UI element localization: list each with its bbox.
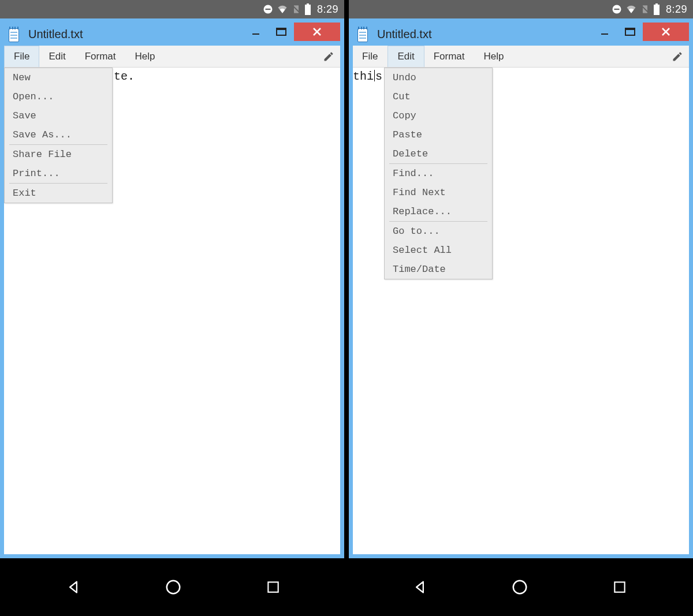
menu-help[interactable]: Help — [475, 46, 514, 67]
window-controls — [592, 23, 689, 41]
menu-format[interactable]: Format — [76, 46, 126, 67]
file-dropdown: New Open... Save Save As... Share File P… — [4, 68, 113, 203]
edit-menu-find[interactable]: Find... — [385, 164, 492, 183]
edit-menu-select-all[interactable]: Select All — [385, 241, 492, 260]
text-before-cursor: thi — [353, 70, 374, 83]
file-menu-new[interactable]: New — [5, 68, 112, 87]
menu-help[interactable]: Help — [126, 46, 165, 67]
window-controls — [243, 23, 340, 41]
edit-menu-time-date[interactable]: Time/Date — [385, 260, 492, 279]
file-menu-save-as[interactable]: Save As... — [5, 125, 112, 144]
menu-file[interactable]: File — [353, 46, 388, 67]
minimize-button[interactable] — [592, 23, 617, 41]
edit-pencil-icon[interactable] — [666, 46, 689, 67]
edit-menu-paste[interactable]: Paste — [385, 125, 492, 144]
menubar: File Edit Format Help — [4, 46, 340, 68]
notepad-icon — [8, 26, 20, 42]
no-sim-icon — [292, 4, 301, 14]
title-bar: Untitled.txt — [353, 23, 689, 46]
nav-back-button[interactable] — [63, 577, 84, 598]
svg-rect-21 — [269, 582, 278, 592]
svg-rect-11 — [614, 9, 619, 10]
text-after-cursor: s — [375, 70, 382, 83]
status-bar: 8:29 — [349, 0, 693, 18]
status-bar: 8:29 — [0, 0, 344, 18]
svg-point-22 — [513, 581, 527, 594]
maximize-button[interactable] — [269, 23, 294, 41]
text-cursor — [374, 70, 375, 81]
status-time: 8:29 — [666, 3, 687, 16]
menu-edit[interactable]: Edit — [388, 46, 424, 67]
screen-left: 8:29 Untitled.txt — [0, 0, 344, 558]
edit-menu-goto[interactable]: Go to... — [385, 222, 492, 241]
do-not-disturb-icon — [612, 4, 622, 14]
nav-back-button[interactable] — [409, 577, 430, 598]
svg-rect-17 — [625, 28, 635, 30]
svg-rect-15 — [601, 33, 608, 35]
svg-rect-13 — [655, 3, 658, 5]
edit-menu-cut[interactable]: Cut — [385, 87, 492, 106]
nav-home-button[interactable] — [163, 577, 184, 598]
window-frame: Untitled.txt File Edit Format — [0, 18, 344, 558]
file-menu-print[interactable]: Print... — [5, 164, 112, 183]
no-sim-icon — [640, 4, 650, 14]
menu-format[interactable]: Format — [424, 46, 475, 67]
nav-home-button[interactable] — [509, 577, 530, 598]
maximize-button[interactable] — [617, 23, 643, 41]
edit-dropdown: Undo Cut Copy Paste Delete Find... Find … — [384, 68, 493, 279]
menubar: File Edit Format Help — [353, 46, 689, 68]
svg-rect-3 — [307, 3, 309, 5]
battery-icon — [653, 3, 660, 15]
window-title: Untitled.txt — [28, 28, 243, 41]
notepad-icon — [356, 26, 369, 42]
menu-file[interactable]: File — [4, 46, 39, 67]
do-not-disturb-icon — [263, 4, 273, 14]
edit-menu-undo[interactable]: Undo — [385, 68, 492, 87]
file-menu-share[interactable]: Share File — [5, 145, 112, 164]
wifi-icon — [625, 4, 637, 14]
edit-pencil-icon[interactable] — [317, 46, 340, 67]
text-area[interactable]: te. New Open... Save Save As... Share Fi… — [4, 68, 340, 554]
svg-rect-7 — [277, 28, 286, 30]
svg-point-20 — [167, 581, 180, 594]
edit-menu-copy[interactable]: Copy — [385, 106, 492, 125]
file-menu-exit[interactable]: Exit — [5, 184, 112, 203]
file-menu-open[interactable]: Open... — [5, 87, 112, 106]
battery-icon — [304, 3, 311, 15]
text-area[interactable]: this Undo Cut Copy Paste Delete Find... … — [353, 68, 689, 554]
edit-menu-replace[interactable]: Replace... — [385, 202, 492, 221]
svg-rect-1 — [265, 9, 270, 10]
status-time: 8:29 — [317, 3, 338, 16]
title-bar: Untitled.txt — [4, 23, 340, 46]
text-content: this — [353, 70, 382, 83]
close-button[interactable] — [294, 23, 340, 41]
svg-rect-4 — [305, 5, 311, 15]
window-frame: Untitled.txt File Edit Format — [349, 18, 693, 558]
edit-menu-delete[interactable]: Delete — [385, 144, 492, 163]
android-nav-bar — [0, 558, 693, 616]
wifi-icon — [277, 4, 288, 14]
close-button[interactable] — [643, 23, 689, 41]
screen-right: 8:29 Untitled.txt — [349, 0, 693, 558]
nav-recent-button[interactable] — [263, 577, 284, 598]
svg-rect-5 — [252, 33, 259, 35]
text-fragment: te. — [114, 70, 135, 83]
nav-recent-button[interactable] — [609, 577, 630, 598]
svg-rect-23 — [615, 582, 625, 592]
edit-menu-find-next[interactable]: Find Next — [385, 183, 492, 202]
window-title: Untitled.txt — [377, 28, 592, 41]
svg-rect-14 — [654, 5, 660, 15]
menu-edit[interactable]: Edit — [39, 46, 75, 67]
file-menu-save[interactable]: Save — [5, 106, 112, 125]
minimize-button[interactable] — [243, 23, 269, 41]
